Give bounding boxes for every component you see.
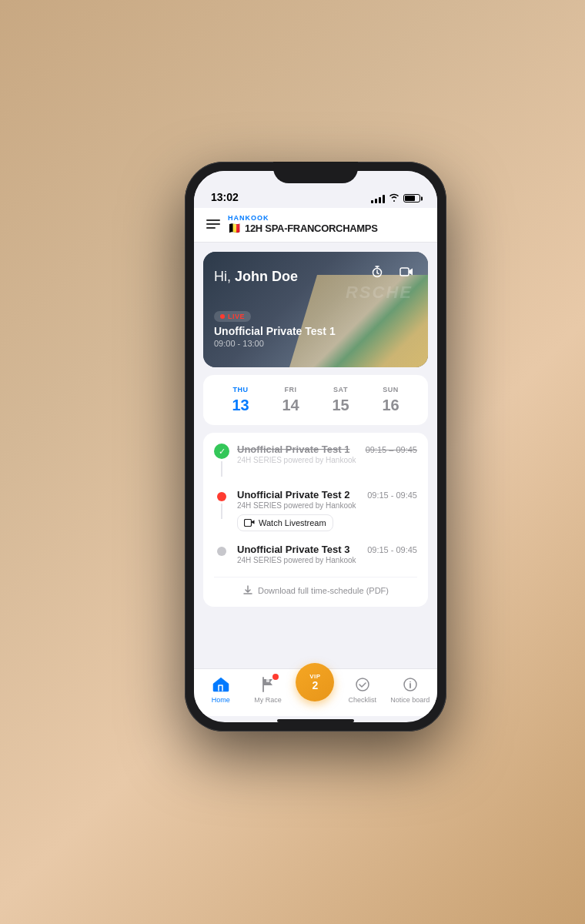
schedule-header-1: Unofficial Private Test 1 09:15 – 09:45 <box>237 444 417 455</box>
nav-my-race-label: My Race <box>254 696 282 704</box>
nav-my-race[interactable]: My Race <box>249 675 287 704</box>
schedule-title-2: Unofficial Private Test 2 <box>237 489 349 500</box>
status-icons <box>371 193 420 203</box>
live-dot <box>220 314 225 319</box>
svg-rect-2 <box>245 520 252 527</box>
hero-icons <box>366 261 417 283</box>
checklist-icon <box>353 675 372 694</box>
svg-point-5 <box>356 678 369 691</box>
download-schedule-label: Download full time-schedule (PDF) <box>258 586 389 595</box>
phone-notch <box>273 162 358 183</box>
schedule-time-2: 09:15 - 09:45 <box>367 490 417 500</box>
day-sat-label: SAT <box>333 386 348 393</box>
schedule-time-1: 09:15 – 09:45 <box>366 445 417 454</box>
schedule-item-2: Unofficial Private Test 2 09:15 - 09:45 … <box>214 489 417 531</box>
nav-checklist-label: Checklist <box>349 696 377 704</box>
screen-content: RSCHE <box>194 243 437 668</box>
day-fri[interactable]: FRI 14 <box>282 386 299 414</box>
live-dot-icon <box>217 492 226 501</box>
download-schedule-button[interactable]: Download full time-schedule (PDF) <box>214 577 417 596</box>
schedule-header-3: Unofficial Private Test 3 09:15 - 09:45 <box>237 544 417 555</box>
phone-wrapper: 13:02 <box>185 162 446 732</box>
schedule-item-1: ✓ Unofficial Private Test 1 09:15 – 09:4… <box>214 444 417 477</box>
schedule-series-3: 24H SERIES powered by Hankook <box>237 556 417 564</box>
day-selector: THU 13 FRI 14 SAT 15 SUN <box>203 375 428 425</box>
schedule-title-1: Unofficial Private Test 1 <box>237 444 349 455</box>
upcoming-dot-icon <box>217 547 226 556</box>
home-indicator <box>277 719 354 722</box>
day-sat-number: 15 <box>332 397 349 414</box>
event-name: 12H SPA-FRANCORCHAMPS <box>245 223 378 234</box>
day-sat[interactable]: SAT 15 <box>332 386 349 414</box>
phone-screen: 13:02 <box>194 171 437 722</box>
noticeboard-icon <box>401 675 420 694</box>
belgium-flag-icon: 🇧🇪 <box>228 222 241 234</box>
vip-number: 2 <box>313 680 319 691</box>
phone-frame: 13:02 <box>185 162 446 732</box>
schedule-info-1: Unofficial Private Test 1 09:15 – 09:45 … <box>237 444 417 464</box>
header-event: 🇧🇪 12H SPA-FRANCORCHAMPS <box>228 222 378 234</box>
my-race-badge <box>272 674 279 680</box>
signal-bars-icon <box>371 194 385 203</box>
menu-icon[interactable] <box>206 219 220 229</box>
vip-button[interactable]: VIP 2 <box>296 663 334 701</box>
schedule-item-3: Unofficial Private Test 3 09:15 - 09:45 … <box>214 544 417 564</box>
svg-rect-1 <box>400 268 409 276</box>
day-sun-number: 16 <box>382 397 399 414</box>
nav-vip[interactable]: VIP 2 <box>296 678 334 701</box>
timeline-col-2 <box>214 489 229 519</box>
svg-rect-4 <box>266 682 269 685</box>
flag-racing-icon <box>259 675 277 694</box>
hero-content: Hi, John Doe LIVE Unofficial Private Tes… <box>203 252 428 367</box>
day-sun[interactable]: SUN 16 <box>382 386 399 414</box>
video-icon[interactable] <box>396 261 417 283</box>
nav-notice-board-label: Notice board <box>390 696 430 704</box>
nav-notice-board[interactable]: Notice board <box>390 675 430 704</box>
timeline-col-1: ✓ <box>214 444 229 477</box>
schedule-header-2: Unofficial Private Test 2 09:15 - 09:45 <box>237 489 417 500</box>
bottom-nav: Home My Race <box>194 668 437 716</box>
hero-greeting: Hi, John Doe <box>214 269 298 284</box>
check-dot-icon: ✓ <box>214 444 229 459</box>
battery-icon <box>403 194 420 203</box>
schedule-info-2: Unofficial Private Test 2 09:15 - 09:45 … <box>237 489 417 531</box>
app-header: HANKOOK 🇧🇪 12H SPA-FRANCORCHAMPS <box>194 208 437 243</box>
hero-card: RSCHE <box>203 252 428 367</box>
live-badge: LIVE <box>214 311 251 322</box>
nav-home[interactable]: Home <box>202 675 240 704</box>
day-fri-label: FRI <box>285 386 297 393</box>
live-text: LIVE <box>228 313 245 320</box>
wifi-icon <box>389 193 399 203</box>
hero-session-name: Unofficial Private Test 1 <box>214 325 417 337</box>
status-time: 13:02 <box>211 191 239 203</box>
header-brand: HANKOOK <box>228 214 269 222</box>
day-thu-label: THU <box>233 386 249 393</box>
timer-icon[interactable] <box>366 261 388 283</box>
bottom-spacer <box>203 614 428 621</box>
schedule-series-1: 24H SERIES powered by Hankook <box>237 456 417 464</box>
watch-livestream-button[interactable]: Watch Livestream <box>237 514 333 531</box>
watch-livestream-label: Watch Livestream <box>259 518 326 527</box>
home-icon <box>212 675 230 694</box>
header-title: HANKOOK 🇧🇪 12H SPA-FRANCORCHAMPS <box>228 214 378 234</box>
hero-session-time: 09:00 - 13:00 <box>214 339 417 348</box>
day-sun-label: SUN <box>383 386 399 393</box>
schedule-title-3: Unofficial Private Test 3 <box>237 544 349 555</box>
schedule-card: ✓ Unofficial Private Test 1 09:15 – 09:4… <box>203 433 428 607</box>
day-thu[interactable]: THU 13 <box>232 386 249 414</box>
timeline-col-3 <box>214 544 229 556</box>
schedule-info-3: Unofficial Private Test 3 09:15 - 09:45 … <box>237 544 417 564</box>
nav-checklist[interactable]: Checklist <box>343 675 382 704</box>
days-row: THU 13 FRI 14 SAT 15 SUN <box>216 386 416 414</box>
day-thu-number: 13 <box>232 397 249 414</box>
svg-point-7 <box>410 681 411 683</box>
schedule-series-2: 24H SERIES powered by Hankook <box>237 501 417 510</box>
svg-rect-3 <box>266 679 269 682</box>
day-fri-number: 14 <box>282 397 299 414</box>
nav-home-label: Home <box>212 696 230 704</box>
schedule-time-3: 09:15 - 09:45 <box>367 545 417 554</box>
